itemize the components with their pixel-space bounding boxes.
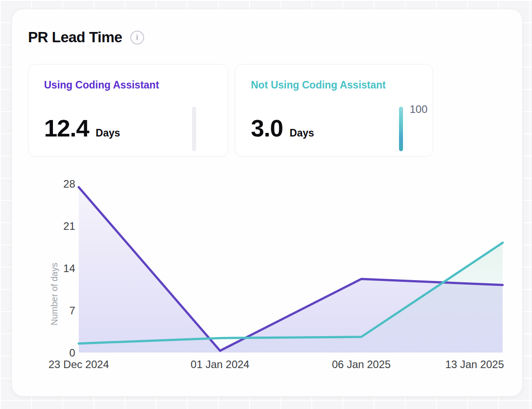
svg-text:21: 21 (63, 220, 75, 232)
lead-time-chart[interactable]: 07142128 23 Dec 202401 Jan 202406 Jan 20… (12, 9, 522, 396)
y-axis-tick-labels: 07142128 (63, 178, 75, 359)
svg-text:23 Dec 2024: 23 Dec 2024 (48, 358, 109, 370)
svg-text:28: 28 (63, 178, 75, 190)
svg-text:06 Jan 2025: 06 Jan 2025 (332, 358, 391, 370)
x-axis-tick-labels: 23 Dec 202401 Jan 202406 Jan 202513 Jan … (48, 358, 504, 370)
page-background: { "header": { "title": "PR Lead Time" },… (0, 0, 532, 409)
chart-area-fills (79, 187, 503, 353)
svg-text:7: 7 (69, 305, 75, 317)
pr-lead-time-card: PR Lead Time i Using Coding Assistant 12… (12, 9, 523, 397)
svg-text:14: 14 (63, 262, 75, 274)
y-axis-title: Number of days (49, 247, 60, 341)
svg-text:0: 0 (69, 347, 75, 359)
svg-text:13 Jan 2025: 13 Jan 2025 (445, 358, 504, 370)
svg-text:01 Jan 2024: 01 Jan 2024 (191, 358, 250, 370)
chart-canvas: 07142128 23 Dec 202401 Jan 202406 Jan 20… (12, 9, 522, 396)
